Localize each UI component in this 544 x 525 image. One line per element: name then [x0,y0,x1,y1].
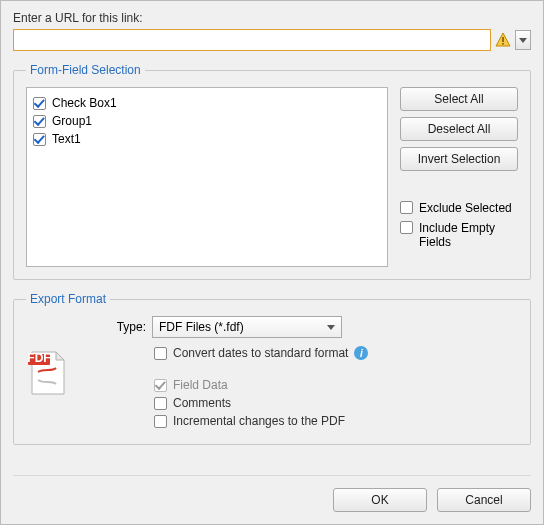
incremental-label: Incremental changes to the PDF [173,414,345,428]
export-format-legend: Export Format [26,292,110,306]
comments-checkbox[interactable] [154,397,167,410]
exclude-selected-label: Exclude Selected [419,201,512,215]
type-select[interactable]: FDF Files (*.fdf) [152,316,342,338]
chevron-down-icon [519,38,527,43]
incremental-checkbox[interactable] [154,415,167,428]
url-row [13,29,531,51]
invert-selection-button[interactable]: Invert Selection [400,147,518,171]
list-item[interactable]: Check Box1 [33,94,381,112]
include-empty-label: Include Empty Fields [419,221,518,249]
type-select-value: FDF Files (*.fdf) [159,320,244,334]
include-empty-checkbox[interactable] [400,221,413,234]
type-label: Type: [98,320,146,334]
field-data-label: Field Data [173,378,228,392]
field-label: Text1 [52,132,81,146]
field-checkbox[interactable] [33,97,46,110]
select-all-button[interactable]: Select All [400,87,518,111]
convert-dates-checkbox[interactable] [154,347,167,360]
chevron-down-icon [327,325,335,330]
url-dropdown-button[interactable] [515,30,531,50]
svg-marker-0 [496,33,510,46]
svg-rect-1 [502,37,504,42]
field-data-checkbox [154,379,167,392]
field-checkbox[interactable] [33,115,46,128]
footer-separator [13,475,531,476]
exclude-selected-checkbox[interactable] [400,201,413,214]
field-side-panel: Select All Deselect All Invert Selection… [400,87,518,267]
field-label: Group1 [52,114,92,128]
fdf-file-icon: FDF [26,348,68,396]
dialog-footer: OK Cancel [333,488,531,512]
dialog: Enter a URL for this link: Form-Field Se… [0,0,544,525]
field-checkbox[interactable] [33,133,46,146]
url-label: Enter a URL for this link: [13,11,531,25]
info-icon[interactable]: i [354,346,368,360]
comments-label: Comments [173,396,231,410]
export-format-group: Export Format FDF Type: [13,292,531,445]
cancel-button[interactable]: Cancel [437,488,531,512]
svg-marker-4 [56,352,64,360]
svg-text:FDF: FDF [27,351,50,365]
warning-icon [495,32,511,48]
convert-dates-label: Convert dates to standard format [173,346,348,360]
form-field-selection-group: Form-Field Selection Check Box1 Group1 T… [13,63,531,280]
url-input[interactable] [13,29,491,51]
list-item[interactable]: Group1 [33,112,381,130]
field-list[interactable]: Check Box1 Group1 Text1 [26,87,388,267]
ok-button[interactable]: OK [333,488,427,512]
svg-rect-2 [502,43,504,45]
field-label: Check Box1 [52,96,117,110]
deselect-all-button[interactable]: Deselect All [400,117,518,141]
form-field-selection-legend: Form-Field Selection [26,63,145,77]
list-item[interactable]: Text1 [33,130,381,148]
